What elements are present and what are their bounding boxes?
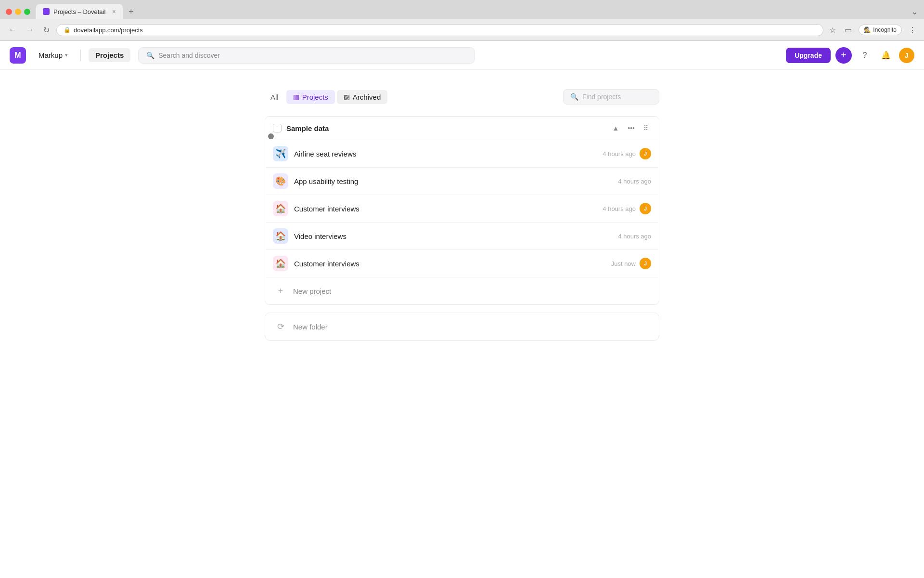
project-row[interactable]: ✈️ Airline seat reviews 4 hours ago J xyxy=(265,140,659,168)
project-time: 4 hours ago xyxy=(603,205,636,212)
filter-archived-tab[interactable]: ▨ Archived xyxy=(337,90,387,104)
project-icon-usability: 🎨 xyxy=(273,173,288,189)
new-project-label: New project xyxy=(293,287,331,295)
refresh-button[interactable]: ↻ xyxy=(40,24,52,37)
tab-bar-menu-icon[interactable]: ⌄ xyxy=(911,6,918,17)
new-project-row[interactable]: + New project xyxy=(265,277,659,304)
user-avatar[interactable]: J xyxy=(899,48,914,63)
filter-projects-tab[interactable]: ▦ Projects xyxy=(286,90,335,104)
workspace-avatar: M xyxy=(10,47,26,64)
project-meta: 4 hours ago xyxy=(618,178,651,185)
browser-chrome: Projects – Dovetail × + ⌄ ← → ↻ 🔒 doveta… xyxy=(0,0,924,41)
forward-button[interactable]: → xyxy=(23,24,37,36)
projects-tab-icon: ▦ xyxy=(293,93,299,101)
tab-favicon-icon xyxy=(43,8,50,15)
group-grid-button[interactable]: ⠿ xyxy=(641,122,651,134)
project-user-avatar: J xyxy=(640,258,651,269)
project-row[interactable]: 🎨 App usability testing 4 hours ago xyxy=(265,168,659,195)
project-name: App usability testing xyxy=(294,177,612,185)
split-view-button[interactable]: ▭ xyxy=(843,24,854,37)
project-time: 4 hours ago xyxy=(618,233,651,240)
bell-icon: 🔔 xyxy=(881,51,891,60)
app-container: M Markup ▾ Projects 🔍 Search and discove… xyxy=(0,41,924,578)
new-project-icon: + xyxy=(273,283,288,299)
tab-bar: Projects – Dovetail × + ⌄ xyxy=(0,0,924,19)
project-user-avatar: J xyxy=(640,148,651,159)
window-controls xyxy=(6,9,30,15)
project-row[interactable]: 🏠 Customer interviews 4 hours ago J xyxy=(265,195,659,223)
find-projects-search[interactable]: 🔍 Find projects xyxy=(563,89,659,105)
browser-menu-button[interactable]: ⋮ xyxy=(907,24,918,37)
browser-tab[interactable]: Projects – Dovetail × xyxy=(36,4,123,19)
back-button[interactable]: ← xyxy=(6,24,19,36)
find-search-icon: 🔍 xyxy=(570,93,578,101)
tab-title: Projects – Dovetail xyxy=(53,8,105,15)
bookmark-button[interactable]: ☆ xyxy=(827,24,838,37)
filter-bar: All ▦ Projects ▨ Archived 🔍 Find project… xyxy=(265,89,659,105)
help-button[interactable]: ? xyxy=(857,47,873,64)
nav-right-icons: ☆ ▭ 🕵 Incognito ⋮ xyxy=(827,24,918,37)
group-checkbox[interactable] xyxy=(273,124,282,132)
nav-divider xyxy=(80,50,81,61)
workspace-name-label: Markup xyxy=(38,51,63,59)
tab-close-button[interactable]: × xyxy=(112,8,116,15)
app-nav: M Markup ▾ Projects 🔍 Search and discove… xyxy=(0,41,924,70)
archived-tab-icon: ▨ xyxy=(344,93,350,101)
search-icon: 🔍 xyxy=(146,52,154,59)
minimize-window-button[interactable] xyxy=(15,9,21,15)
project-name: Video interviews xyxy=(294,232,612,240)
notifications-button[interactable]: 🔔 xyxy=(878,47,894,64)
group-actions: ▲ ••• ⠿ xyxy=(609,122,651,134)
project-meta: 4 hours ago J xyxy=(603,148,651,159)
main-content: All ▦ Projects ▨ Archived 🔍 Find project… xyxy=(0,70,924,578)
group-title: Sample data xyxy=(286,124,604,132)
project-name: Airline seat reviews xyxy=(294,150,597,158)
create-new-button[interactable]: + xyxy=(835,47,852,64)
maximize-window-button[interactable] xyxy=(24,9,30,15)
url-text: dovetailapp.com/projects xyxy=(74,26,143,34)
find-placeholder-text: Find projects xyxy=(582,93,621,101)
workspace-chevron-icon: ▾ xyxy=(65,52,68,58)
project-icon-video: 🏠 xyxy=(273,228,288,244)
project-time: Just now xyxy=(611,260,636,267)
project-row[interactable]: 🏠 Video interviews 4 hours ago xyxy=(265,223,659,250)
project-name: Customer interviews xyxy=(294,205,597,213)
project-user-avatar: J xyxy=(640,203,651,214)
project-icon-customer2: 🏠 xyxy=(273,256,288,271)
collapse-group-button[interactable]: ▲ xyxy=(609,122,622,134)
filter-all-button[interactable]: All xyxy=(265,90,284,104)
project-name: Customer interviews xyxy=(294,260,605,268)
project-icon-customer1: 🏠 xyxy=(273,201,288,216)
project-meta: Just now J xyxy=(611,258,651,269)
close-window-button[interactable] xyxy=(6,9,12,15)
new-folder-icon: ⟳ xyxy=(273,319,288,334)
incognito-badge: 🕵 Incognito xyxy=(859,25,902,35)
group-more-button[interactable]: ••• xyxy=(625,122,638,134)
nav-right-actions: Upgrade + ? 🔔 J xyxy=(786,47,914,64)
lock-icon: 🔒 xyxy=(64,26,71,33)
upgrade-button[interactable]: Upgrade xyxy=(786,48,831,63)
workspace-name-button[interactable]: Markup ▾ xyxy=(34,48,73,62)
incognito-label: Incognito xyxy=(873,26,897,33)
content-wrapper: All ▦ Projects ▨ Archived 🔍 Find project… xyxy=(255,89,669,341)
project-group-sample-data: Sample data ▲ ••• ⠿ ✈️ Airline seat revi… xyxy=(265,116,659,305)
incognito-icon: 🕵 xyxy=(864,26,871,33)
projects-nav-button[interactable]: Projects xyxy=(89,48,130,62)
browser-nav-bar: ← → ↻ 🔒 dovetailapp.com/projects ☆ ▭ 🕵 I… xyxy=(0,19,924,40)
project-time: 4 hours ago xyxy=(603,150,636,158)
project-icon-airline: ✈️ xyxy=(273,146,288,161)
project-meta: 4 hours ago xyxy=(618,233,651,240)
archived-tab-label: Archived xyxy=(353,93,381,101)
group-header: Sample data ▲ ••• ⠿ xyxy=(265,117,659,140)
search-placeholder-text: Search and discover xyxy=(158,52,220,59)
new-tab-button[interactable]: + xyxy=(125,7,138,17)
project-time: 4 hours ago xyxy=(618,178,651,185)
global-search-bar[interactable]: 🔍 Search and discover xyxy=(138,47,475,64)
address-bar[interactable]: 🔒 dovetailapp.com/projects xyxy=(56,24,823,36)
new-folder-row[interactable]: ⟳ New folder xyxy=(265,313,659,341)
project-meta: 4 hours ago J xyxy=(603,203,651,214)
project-row[interactable]: 🏠 Customer interviews Just now J xyxy=(265,250,659,277)
new-folder-label: New folder xyxy=(293,323,328,331)
projects-tab-label: Projects xyxy=(302,93,328,101)
